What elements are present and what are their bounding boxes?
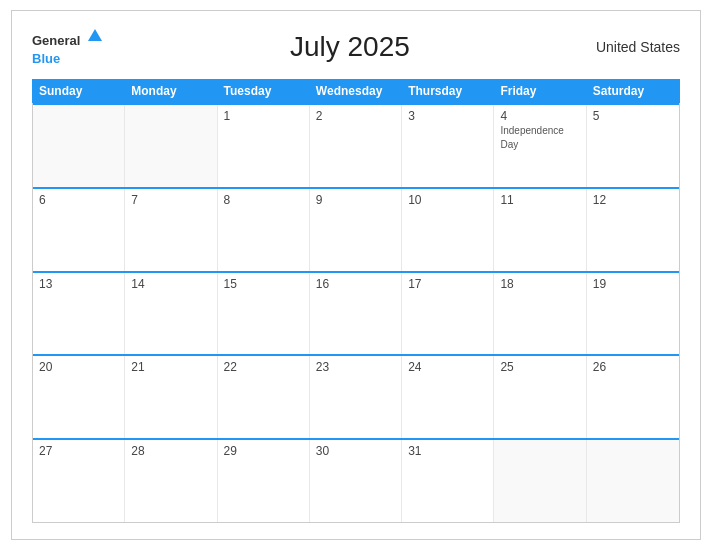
day-number: 3: [408, 109, 487, 123]
calendar-cell: 4Independence Day: [494, 105, 586, 187]
calendar-cell: 2: [310, 105, 402, 187]
calendar-body: 1234Independence Day56789101112131415161…: [32, 103, 680, 523]
day-number: 21: [131, 360, 210, 374]
calendar-cell: 30: [310, 440, 402, 522]
calendar-cell: 11: [494, 189, 586, 271]
calendar-cell: 15: [218, 273, 310, 355]
day-of-week-header: Monday: [125, 80, 217, 102]
calendar-cell: 24: [402, 356, 494, 438]
calendar-cell: 27: [33, 440, 125, 522]
day-number: 17: [408, 277, 487, 291]
day-number: 10: [408, 193, 487, 207]
calendar-header-row: SundayMondayTuesdayWednesdayThursdayFrid…: [32, 79, 680, 103]
calendar-cell: 7: [125, 189, 217, 271]
day-number: 26: [593, 360, 673, 374]
day-number: 11: [500, 193, 579, 207]
logo: General Blue: [32, 27, 104, 67]
svg-marker-0: [88, 29, 102, 41]
day-of-week-header: Thursday: [402, 80, 494, 102]
calendar-cell: 8: [218, 189, 310, 271]
day-of-week-header: Saturday: [587, 80, 679, 102]
day-number: 29: [224, 444, 303, 458]
day-number: 15: [224, 277, 303, 291]
calendar-week: 2728293031: [33, 438, 679, 522]
calendar: SundayMondayTuesdayWednesdayThursdayFrid…: [32, 79, 680, 523]
calendar-cell: 9: [310, 189, 402, 271]
calendar-week: 1234Independence Day5: [33, 103, 679, 187]
calendar-cell: 29: [218, 440, 310, 522]
calendar-cell: 20: [33, 356, 125, 438]
calendar-cell: 10: [402, 189, 494, 271]
day-number: 1: [224, 109, 303, 123]
day-number: 24: [408, 360, 487, 374]
calendar-cell: 12: [587, 189, 679, 271]
day-number: 20: [39, 360, 118, 374]
calendar-event: Independence Day: [500, 125, 563, 150]
calendar-cell: 26: [587, 356, 679, 438]
day-number: 5: [593, 109, 673, 123]
day-number: 23: [316, 360, 395, 374]
day-number: 2: [316, 109, 395, 123]
calendar-cell: 17: [402, 273, 494, 355]
day-of-week-header: Wednesday: [310, 80, 402, 102]
logo-icon: [86, 27, 104, 45]
calendar-cell: 1: [218, 105, 310, 187]
calendar-cell: 23: [310, 356, 402, 438]
day-of-week-header: Friday: [494, 80, 586, 102]
calendar-cell: 13: [33, 273, 125, 355]
day-number: 25: [500, 360, 579, 374]
day-number: 6: [39, 193, 118, 207]
calendar-cell: 21: [125, 356, 217, 438]
header: General Blue July 2025 United States: [32, 27, 680, 67]
calendar-cell: [494, 440, 586, 522]
calendar-page: General Blue July 2025 United States Sun…: [11, 10, 701, 540]
calendar-week: 6789101112: [33, 187, 679, 271]
day-number: 31: [408, 444, 487, 458]
day-number: 14: [131, 277, 210, 291]
day-number: 12: [593, 193, 673, 207]
day-number: 28: [131, 444, 210, 458]
calendar-cell: 18: [494, 273, 586, 355]
calendar-cell: 31: [402, 440, 494, 522]
calendar-cell: 6: [33, 189, 125, 271]
calendar-cell: 22: [218, 356, 310, 438]
day-number: 27: [39, 444, 118, 458]
calendar-week: 20212223242526: [33, 354, 679, 438]
day-number: 4: [500, 109, 579, 123]
day-number: 22: [224, 360, 303, 374]
logo-blue-text: Blue: [32, 51, 60, 66]
calendar-cell: [587, 440, 679, 522]
day-number: 8: [224, 193, 303, 207]
day-of-week-header: Sunday: [33, 80, 125, 102]
day-number: 7: [131, 193, 210, 207]
calendar-cell: [125, 105, 217, 187]
country-label: United States: [596, 39, 680, 55]
day-number: 9: [316, 193, 395, 207]
calendar-cell: 5: [587, 105, 679, 187]
calendar-cell: 3: [402, 105, 494, 187]
day-number: 19: [593, 277, 673, 291]
day-of-week-header: Tuesday: [218, 80, 310, 102]
day-number: 18: [500, 277, 579, 291]
day-number: 16: [316, 277, 395, 291]
calendar-cell: [33, 105, 125, 187]
calendar-cell: 28: [125, 440, 217, 522]
day-number: 30: [316, 444, 395, 458]
logo-general-text: General: [32, 33, 80, 48]
calendar-cell: 19: [587, 273, 679, 355]
calendar-title: July 2025: [290, 31, 410, 63]
day-number: 13: [39, 277, 118, 291]
calendar-cell: 14: [125, 273, 217, 355]
calendar-cell: 25: [494, 356, 586, 438]
calendar-cell: 16: [310, 273, 402, 355]
calendar-week: 13141516171819: [33, 271, 679, 355]
